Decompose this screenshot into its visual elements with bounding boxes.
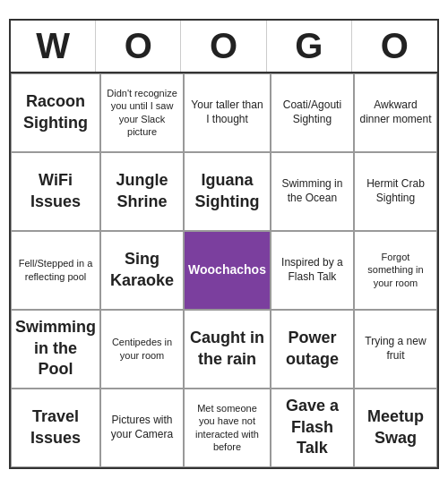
- bingo-cell-1[interactable]: Didn't recognize you until I saw your Sl…: [100, 73, 184, 152]
- bingo-cell-23[interactable]: Gave a Flash Talk: [271, 389, 354, 467]
- bingo-grid: Racoon SightingDidn't recognize you unti…: [11, 73, 437, 467]
- bingo-cell-0[interactable]: Racoon Sighting: [11, 73, 100, 152]
- bingo-header: W O O G O: [11, 21, 437, 73]
- bingo-cell-13[interactable]: Inspired by a Flash Talk: [271, 231, 354, 310]
- bingo-cell-4[interactable]: Awkward dinner moment: [354, 73, 437, 152]
- bingo-cell-14[interactable]: Forgot something in your room: [354, 231, 437, 310]
- bingo-cell-7[interactable]: Iguana Sighting: [184, 152, 271, 231]
- bingo-cell-19[interactable]: Trying a new fruit: [354, 310, 437, 389]
- bingo-cell-10[interactable]: Fell/Stepped in a reflecting pool: [11, 231, 100, 310]
- bingo-cell-24[interactable]: Meetup Swag: [354, 389, 437, 467]
- bingo-cell-15[interactable]: Swimming in the Pool: [11, 310, 100, 389]
- bingo-cell-3[interactable]: Coati/Agouti Sighting: [271, 73, 354, 152]
- bingo-cell-11[interactable]: Sing Karaoke: [100, 231, 184, 310]
- bingo-cell-22[interactable]: Met someone you have not interacted with…: [184, 389, 271, 467]
- bingo-cell-9[interactable]: Hermit Crab Sighting: [354, 152, 437, 231]
- bingo-cell-21[interactable]: Pictures with your Camera: [100, 389, 184, 467]
- bingo-cell-18[interactable]: Power outage: [271, 310, 354, 389]
- bingo-cell-12[interactable]: Woochachos: [184, 231, 271, 310]
- bingo-cell-8[interactable]: Swimming in the Ocean: [271, 152, 354, 231]
- bingo-cell-16[interactable]: Centipedes in your room: [100, 310, 184, 389]
- header-w: W: [11, 21, 96, 72]
- header-o3: O: [352, 21, 437, 72]
- bingo-cell-5[interactable]: WiFi Issues: [11, 152, 100, 231]
- bingo-cell-20[interactable]: Travel Issues: [11, 389, 100, 467]
- header-g: G: [267, 21, 352, 72]
- bingo-card: W O O G O Racoon SightingDidn't recogniz…: [9, 19, 439, 469]
- bingo-cell-17[interactable]: Caught in the rain: [184, 310, 271, 389]
- header-o2: O: [181, 21, 266, 72]
- header-o1: O: [96, 21, 181, 72]
- bingo-cell-6[interactable]: Jungle Shrine: [100, 152, 184, 231]
- bingo-cell-2[interactable]: Your taller than I thought: [184, 73, 271, 152]
